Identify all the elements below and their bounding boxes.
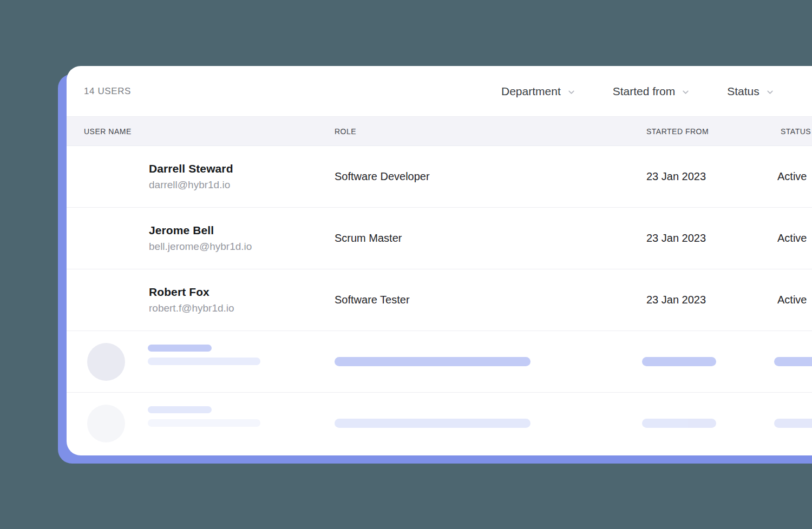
user-email: bell.jerome@hybr1d.io: [149, 241, 335, 253]
skeleton-status-bar: [774, 419, 812, 428]
skeleton-role-bar: [335, 357, 531, 366]
skeleton-email-bar: [148, 419, 260, 427]
chevron-down-icon: [567, 88, 576, 97]
skeleton-name-bar: [148, 406, 212, 413]
avatar-placeholder: [87, 405, 125, 442]
user-cell: Robert Fox robert.f@hybr1d.io: [67, 286, 335, 314]
role-cell: Software Tester: [335, 294, 645, 306]
chevron-down-icon: [681, 88, 690, 97]
app-background: { "header": { "count_label": "14 USERS",…: [0, 0, 812, 529]
table-row[interactable]: Robert Fox robert.f@hybr1d.io Software T…: [67, 269, 812, 331]
started-from-filter-label: Started from: [613, 85, 676, 98]
skeleton-email-bar: [148, 358, 260, 365]
chevron-down-icon: [765, 88, 775, 97]
table-header-row: USER NAME ROLE STARTED FROM STATUS: [67, 116, 812, 146]
filter-bar: Department Started from Status: [501, 66, 775, 116]
column-header-role: ROLE: [335, 127, 645, 136]
loading-row: [67, 331, 812, 393]
user-email: robert.f@hybr1d.io: [149, 302, 335, 314]
avatar-placeholder: [87, 343, 125, 381]
role-cell: Scrum Master: [335, 232, 645, 244]
user-name: Darrell Steward: [149, 162, 335, 175]
status-filter-dropdown[interactable]: Status: [727, 85, 775, 98]
skeleton-date-bar: [642, 419, 716, 428]
department-filter-dropdown[interactable]: Department: [501, 85, 576, 98]
users-count: 14 USERS: [84, 86, 131, 97]
table-row[interactable]: Darrell Steward darrell@hybr1d.io Softwa…: [67, 146, 812, 208]
status-cell: Active: [774, 232, 812, 244]
user-cell: Darrell Steward darrell@hybr1d.io: [67, 162, 335, 191]
status-filter-label: Status: [727, 85, 759, 98]
department-filter-label: Department: [501, 85, 561, 98]
users-table-card: 14 USERS Department Started from Status: [67, 66, 812, 455]
loading-row: [67, 393, 812, 454]
skeleton-date-bar: [642, 357, 716, 366]
started-from-cell: 23 Jan 2023: [645, 170, 774, 183]
started-from-filter-dropdown[interactable]: Started from: [613, 85, 691, 98]
status-cell: Active: [774, 294, 812, 306]
skeleton-name-bar: [148, 345, 212, 352]
user-email: darrell@hybr1d.io: [149, 179, 335, 191]
user-name: Robert Fox: [149, 286, 335, 299]
table-toolbar: 14 USERS Department Started from Status: [67, 66, 812, 116]
status-cell: Active: [774, 170, 812, 183]
user-name: Jerome Bell: [149, 224, 335, 237]
started-from-cell: 23 Jan 2023: [645, 294, 774, 306]
column-header-started-from: STARTED FROM: [645, 127, 774, 136]
table-row[interactable]: Jerome Bell bell.jerome@hybr1d.io Scrum …: [67, 208, 812, 269]
column-header-status: STATUS: [774, 127, 812, 136]
user-cell: Jerome Bell bell.jerome@hybr1d.io: [67, 224, 335, 253]
skeleton-status-bar: [774, 357, 812, 366]
skeleton-role-bar: [335, 419, 531, 428]
column-header-user-name: USER NAME: [67, 127, 335, 136]
started-from-cell: 23 Jan 2023: [645, 232, 774, 244]
role-cell: Software Developer: [335, 170, 645, 183]
